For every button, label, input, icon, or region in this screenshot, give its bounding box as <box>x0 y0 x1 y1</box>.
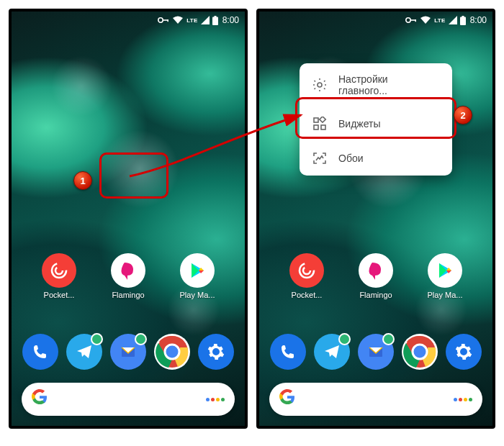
dock-chrome[interactable] <box>400 334 440 370</box>
dock-settings[interactable] <box>444 334 484 370</box>
menu-item-home-settings[interactable]: Настройки главного... <box>300 63 452 106</box>
callout-1: 1 <box>73 171 92 190</box>
widgets-icon <box>312 117 327 131</box>
app-pocketcasts[interactable]: Pocket... <box>287 253 327 299</box>
pocketcasts-icon <box>289 253 324 288</box>
assistant-icon[interactable] <box>206 398 225 401</box>
settings-gear-icon <box>446 334 482 370</box>
chrome-icon <box>402 334 438 370</box>
app-label: Pocket... <box>292 291 323 299</box>
svg-rect-19 <box>314 125 318 129</box>
notification-dot <box>135 333 147 345</box>
network-type: LTE <box>186 17 197 24</box>
app-flamingo[interactable]: Flamingo <box>108 253 148 299</box>
notification-dot <box>338 333 351 345</box>
menu-label: Виджеты <box>338 118 381 129</box>
home-apps-row: Pocket... Flamingo Play Ма... <box>259 253 492 299</box>
svg-point-22 <box>300 263 314 278</box>
dock-phone[interactable] <box>20 334 60 370</box>
svg-rect-21 <box>320 117 325 122</box>
flamingo-icon <box>359 253 393 288</box>
svg-rect-16 <box>462 16 464 17</box>
signal-icon <box>201 16 210 24</box>
home-context-menu: Настройки главного... Виджеты Обои <box>300 63 452 176</box>
google-search-bar[interactable] <box>269 383 482 416</box>
app-label: Play Ма... <box>179 291 215 299</box>
svg-point-12 <box>406 18 410 22</box>
dock <box>12 334 245 370</box>
app-label: Pocket... <box>44 291 75 299</box>
menu-label: Обои <box>338 153 364 164</box>
dock-phone[interactable] <box>268 334 308 370</box>
telegram-icon <box>314 334 350 370</box>
svg-point-23 <box>303 267 310 274</box>
home-apps-row: Pocket... Flamingo Play Ма... <box>12 253 245 299</box>
inbox-icon <box>110 334 146 370</box>
status-bar: LTE 8:00 <box>259 12 492 29</box>
chrome-icon <box>154 334 190 370</box>
dock <box>259 334 492 370</box>
dock-chrome[interactable] <box>152 334 192 370</box>
settings-gear-icon <box>198 334 234 370</box>
menu-item-widgets[interactable]: Виджеты <box>300 106 452 141</box>
svg-rect-2 <box>168 19 169 22</box>
dock-inbox[interactable] <box>108 334 148 370</box>
menu-item-wallpapers[interactable]: Обои <box>300 141 452 176</box>
battery-icon <box>460 16 466 25</box>
wifi-icon <box>172 16 184 24</box>
inbox-icon <box>358 334 394 370</box>
app-playstore[interactable]: Play Ма... <box>425 253 465 299</box>
dock-telegram[interactable] <box>312 334 352 370</box>
notification-dot <box>382 333 395 345</box>
app-playstore[interactable]: Play Ма... <box>177 253 217 299</box>
svg-point-17 <box>318 83 322 87</box>
svg-point-6 <box>55 267 63 274</box>
signal-icon <box>449 16 457 24</box>
pocketcasts-icon <box>42 253 76 288</box>
app-label: Flamingo <box>359 291 392 299</box>
notification-dot <box>91 333 103 345</box>
menu-label: Настройки главного... <box>338 73 439 96</box>
google-g-icon <box>279 389 295 409</box>
app-pocketcasts[interactable]: Pocket... <box>39 253 79 299</box>
play-store-icon <box>428 253 462 288</box>
vpn-key-icon <box>405 16 417 24</box>
phone-icon <box>270 334 306 370</box>
app-label: Flamingo <box>112 291 144 299</box>
flamingo-icon <box>111 253 145 288</box>
svg-point-5 <box>52 263 66 278</box>
phone-screen-right: LTE 8:00 Настройки главного... Виджеты О… <box>256 9 495 429</box>
assistant-icon[interactable] <box>454 398 472 401</box>
dock-settings[interactable] <box>196 334 236 370</box>
clock: 8:00 <box>470 15 487 25</box>
wifi-icon <box>420 16 431 24</box>
play-store-icon <box>180 253 215 288</box>
dock-telegram[interactable] <box>64 334 104 370</box>
vpn-key-icon <box>158 16 169 24</box>
svg-rect-15 <box>460 17 466 25</box>
svg-rect-3 <box>212 17 218 25</box>
telegram-icon <box>66 334 102 370</box>
google-search-bar[interactable] <box>22 383 235 416</box>
phone-screen-left: LTE 8:00 1 Pocket... Flamingo <box>9 9 248 429</box>
app-flamingo[interactable]: Flamingo <box>356 253 396 299</box>
svg-rect-20 <box>321 125 325 129</box>
dock-inbox[interactable] <box>356 334 396 370</box>
app-label: Play Ма... <box>427 291 462 299</box>
phone-icon <box>22 334 58 370</box>
google-g-icon <box>32 389 48 409</box>
callout-2: 2 <box>454 106 472 124</box>
gear-icon <box>312 78 327 92</box>
wallpaper-icon <box>312 151 327 165</box>
network-type: LTE <box>434 17 445 24</box>
clock: 8:00 <box>222 15 239 25</box>
svg-point-0 <box>158 18 163 22</box>
status-bar: LTE 8:00 <box>12 12 245 29</box>
svg-rect-14 <box>415 19 417 22</box>
battery-icon <box>212 16 218 25</box>
svg-rect-18 <box>314 118 318 122</box>
svg-rect-4 <box>214 16 216 17</box>
